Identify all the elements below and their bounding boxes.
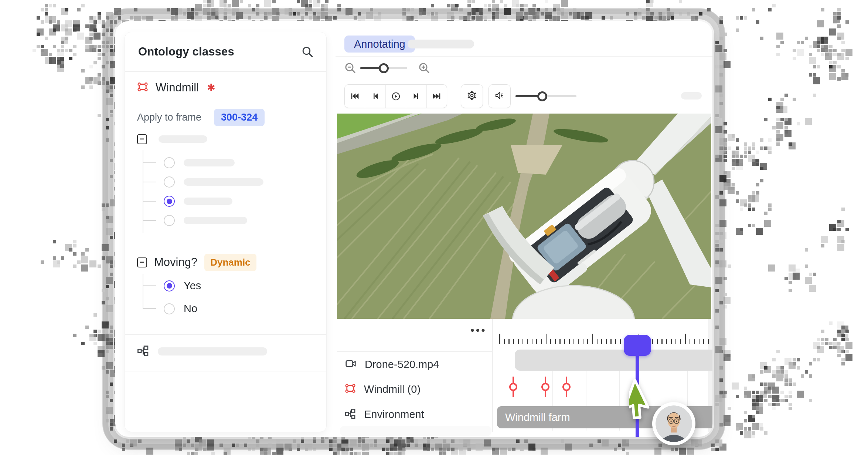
track-row-windmill[interactable]: Windmill (0) bbox=[345, 381, 421, 398]
track-row-video[interactable]: Drone-520.mp4 bbox=[345, 356, 439, 373]
radio-selected[interactable] bbox=[164, 280, 175, 291]
tree-line bbox=[143, 274, 143, 309]
speaker-icon bbox=[494, 90, 505, 102]
class-label: Windmill bbox=[156, 81, 199, 94]
skeleton-option bbox=[164, 215, 247, 226]
app-window: Ontology classes Windmill ✱ Apply to fra… bbox=[115, 21, 712, 437]
bounding-box-icon bbox=[345, 383, 356, 395]
drone-video-still bbox=[337, 114, 711, 319]
tree-branch bbox=[143, 308, 156, 309]
track-row-environment[interactable]: Environment bbox=[345, 406, 424, 423]
video-file-icon bbox=[345, 358, 357, 371]
divider bbox=[336, 56, 712, 57]
scrubber-line bbox=[636, 356, 639, 437]
play-button[interactable] bbox=[386, 85, 406, 108]
keyframe-marker[interactable] bbox=[541, 377, 550, 397]
timeline-ruler[interactable] bbox=[115, 323, 712, 344]
ontology-panel: Ontology classes Windmill ✱ Apply to fra… bbox=[125, 32, 327, 432]
divider bbox=[337, 351, 492, 352]
volume-slider[interactable] bbox=[515, 95, 576, 97]
keyframe-marker[interactable] bbox=[508, 377, 518, 397]
frame-range-badge[interactable]: 300-324 bbox=[214, 109, 265, 126]
scrubber-handle[interactable] bbox=[624, 335, 651, 356]
relation-row bbox=[137, 343, 267, 360]
radio-unselected[interactable] bbox=[164, 176, 175, 188]
radio-unselected[interactable] bbox=[164, 303, 175, 314]
volume-button[interactable] bbox=[489, 84, 511, 108]
skeleton-row bbox=[340, 426, 491, 436]
option-no[interactable]: No bbox=[164, 303, 197, 315]
radio-unselected[interactable] bbox=[164, 215, 175, 226]
skeleton-text bbox=[408, 40, 474, 48]
tree-branch bbox=[143, 162, 156, 163]
playback-controls bbox=[344, 84, 447, 108]
gear-icon bbox=[466, 90, 477, 102]
radio-selected[interactable] bbox=[164, 196, 175, 207]
status-badge-annotating[interactable]: Annotating bbox=[344, 36, 415, 53]
video-frame-windmill[interactable] bbox=[337, 114, 711, 319]
moving-question-row: − Moving? Dynamic bbox=[137, 253, 256, 272]
search-icon[interactable] bbox=[301, 46, 314, 58]
zoom-slider[interactable] bbox=[360, 67, 407, 69]
volume-slider-handle[interactable] bbox=[537, 91, 547, 101]
skeleton-text bbox=[159, 135, 207, 143]
skeleton-text bbox=[158, 347, 267, 355]
question-label: Moving? bbox=[154, 256, 197, 269]
video-duration-bar[interactable] bbox=[515, 350, 712, 371]
skip-to-end-button[interactable] bbox=[427, 85, 447, 108]
apply-to-frame-label: Apply to frame bbox=[137, 112, 201, 123]
tree-branch bbox=[143, 285, 156, 286]
settings-button[interactable] bbox=[461, 84, 483, 108]
required-asterisk: ✱ bbox=[207, 82, 215, 94]
skip-to-start-button[interactable] bbox=[345, 85, 365, 108]
zoom-in-icon[interactable] bbox=[418, 62, 430, 74]
tree-branch bbox=[143, 182, 156, 182]
next-frame-button[interactable] bbox=[406, 85, 426, 108]
dynamic-badge: Dynamic bbox=[204, 254, 256, 271]
previous-frame-button[interactable] bbox=[365, 85, 385, 108]
keyframe-marker[interactable] bbox=[562, 377, 571, 397]
attribute-group-row: − bbox=[137, 133, 207, 145]
collapse-icon[interactable]: − bbox=[137, 134, 147, 144]
avatar[interactable] bbox=[652, 402, 695, 445]
divider bbox=[125, 71, 326, 72]
tree-branch bbox=[143, 220, 156, 221]
bounding-box-icon bbox=[137, 81, 148, 94]
skeleton-option bbox=[164, 157, 235, 168]
panel-title: Ontology classes bbox=[138, 32, 234, 71]
segment-label: Windmill farm bbox=[505, 411, 570, 424]
relation-icon bbox=[137, 345, 149, 358]
skeleton-option bbox=[164, 196, 232, 207]
skeleton-option bbox=[164, 176, 263, 188]
divider bbox=[125, 371, 326, 371]
skeleton-pill bbox=[681, 92, 702, 100]
apply-to-frame-row: Apply to frame 300-324 bbox=[137, 108, 265, 126]
option-yes[interactable]: Yes bbox=[164, 280, 201, 292]
collapse-icon[interactable]: − bbox=[137, 257, 147, 267]
zoom-out-icon[interactable] bbox=[344, 62, 357, 74]
ontology-class-windmill[interactable]: Windmill ✱ bbox=[137, 80, 215, 96]
relation-icon bbox=[345, 408, 356, 421]
tree-branch bbox=[143, 201, 156, 202]
radio-unselected[interactable] bbox=[164, 157, 175, 168]
zoom-slider-handle[interactable] bbox=[379, 63, 389, 73]
